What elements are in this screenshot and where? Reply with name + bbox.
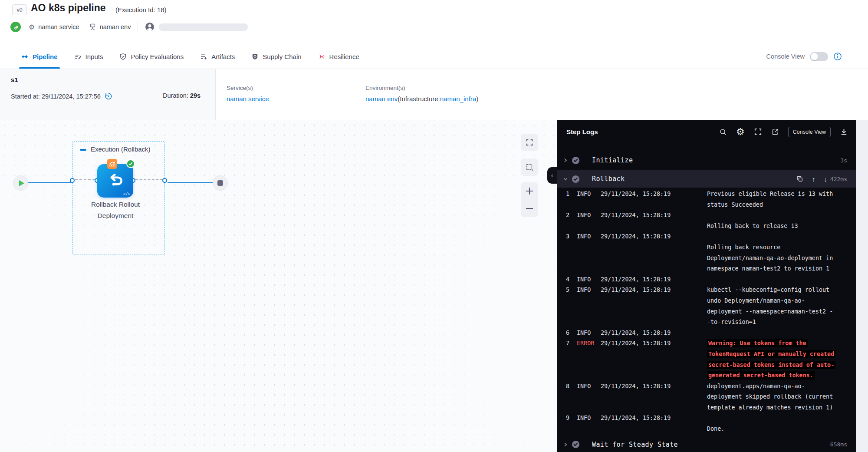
log-step-initialize[interactable]: Initialize 3s	[557, 150, 856, 170]
stage-name: s1	[11, 76, 18, 83]
code-glyph: </>	[123, 192, 130, 196]
stage-summary-left: s1 Started at: 29/11/2024, 15:27:56 Dura…	[0, 69, 216, 120]
log-panel-collapse-handle[interactable]: ‹	[547, 167, 557, 184]
log-line: secret-based tokens instead of auto-	[557, 360, 848, 370]
end-node	[213, 175, 228, 191]
stage-duration: Duration: 29s	[163, 92, 201, 99]
log-line: 1INFO29/11/2024, 15:28:19Previous eligib…	[557, 188, 848, 199]
scroll-down-icon[interactable]: ↓	[824, 175, 828, 183]
tab-resilience[interactable]: Resilience	[310, 44, 368, 69]
tab-supply-chain[interactable]: Supply Chain	[243, 44, 309, 69]
step-label: Rollback	[592, 175, 625, 183]
log-line: generated secret-based tokens.	[557, 370, 848, 381]
step-node-label: Rollback Rollout Deployment	[72, 199, 159, 221]
log-line: 7ERROR29/11/2024, 15:28:19Warning: Use t…	[557, 338, 848, 349]
canvas-fullscreen-button[interactable]	[521, 134, 538, 151]
log-line: 8INFO29/11/2024, 15:28:19deployment.apps…	[557, 381, 848, 392]
log-line: namespace naman-test2 to revision 1	[557, 263, 848, 274]
tab-inputs[interactable]: Inputs	[66, 44, 112, 69]
info-icon[interactable]	[833, 52, 842, 61]
redacted-user-email	[159, 23, 248, 31]
download-logs-icon[interactable]	[840, 128, 848, 136]
log-line: 5INFO29/11/2024, 15:28:19kubectl --kubec…	[557, 284, 848, 295]
group-title: Execution (Rollback)	[91, 145, 151, 153]
step-success-icon	[572, 156, 580, 165]
chevron-down-icon	[563, 176, 569, 181]
step-success-icon	[572, 440, 580, 449]
rollback-log-output: 1INFO29/11/2024, 15:28:19Previous eligib…	[557, 188, 848, 434]
copy-logs-icon[interactable]	[796, 175, 803, 182]
toggle-knob	[811, 53, 818, 60]
stage-summary-bar: s1 Started at: 29/11/2024, 15:27:56 Dura…	[0, 69, 868, 120]
zoom-out-icon	[526, 208, 533, 209]
console-view-button[interactable]: Console View	[788, 127, 831, 137]
inputs-icon	[74, 53, 82, 60]
services-label: Service(s)	[227, 85, 253, 91]
log-line: Rolling back to release 13	[557, 221, 848, 231]
infrastructure-link[interactable]: naman_infra	[440, 95, 476, 102]
log-panel-scrollbar[interactable]	[856, 120, 868, 452]
execution-meta-row: ∞ ⚙ naman service naman env	[10, 22, 248, 32]
scroll-up-icon[interactable]: ↑	[812, 175, 815, 183]
log-step-rollback[interactable]: Rollback ↑ ↓ 422ms	[557, 170, 856, 188]
tab-pipeline[interactable]: Pipeline	[13, 44, 66, 69]
execution-id: (Execution Id: 18)	[115, 6, 167, 13]
step-duration: 3s	[840, 157, 847, 164]
service-name[interactable]: naman service	[38, 23, 79, 30]
policy-shield-icon	[119, 53, 127, 60]
user-avatar-icon	[145, 22, 155, 32]
service-link[interactable]: naman service	[227, 95, 269, 102]
log-line: Done.	[557, 423, 848, 434]
log-line: undo Deployment/naman-qa-ao-	[557, 295, 848, 306]
tab-artifacts[interactable]: Artifacts	[192, 44, 243, 69]
log-line: -to-revision=1	[557, 317, 848, 327]
environment-name[interactable]: naman env	[100, 23, 131, 30]
resilience-icon	[318, 53, 326, 60]
log-line: Rolling back resource	[557, 242, 848, 253]
environment-link[interactable]: naman env	[365, 95, 398, 102]
log-line: 9INFO29/11/2024, 15:28:19	[557, 412, 848, 423]
log-line: deployment --namespace=naman-test2 -	[557, 306, 848, 317]
step-logs-title: Step Logs	[566, 128, 598, 135]
canvas-selection-button[interactable]	[521, 158, 538, 176]
version-badge: v0	[12, 4, 27, 15]
console-view-toggle-group: Console View	[766, 44, 842, 69]
collapse-group-icon[interactable]	[80, 149, 86, 151]
console-view-toggle[interactable]	[810, 52, 828, 61]
zoom-in-button[interactable]	[521, 182, 538, 200]
step-logs-panel: Step Logs ⚙ Console View Initialize 3s R…	[557, 120, 856, 452]
chevron-left-icon: ‹	[551, 172, 553, 179]
pipeline-execution-page: v0 AO k8s pipeline (Execution Id: 18) ∞ …	[0, 0, 868, 452]
execution-rollback-group[interactable]	[72, 141, 165, 254]
log-line: 6INFO29/11/2024, 15:28:19	[557, 327, 848, 338]
pipeline-icon	[21, 53, 29, 60]
console-view-label: Console View	[766, 53, 805, 60]
open-in-new-icon[interactable]	[771, 128, 779, 136]
environments-label: Environment(s)	[365, 85, 405, 91]
tab-policy-evaluations[interactable]: Policy Evaluations	[111, 44, 192, 69]
log-line: status Succeeded	[557, 199, 848, 210]
rollback-step-node[interactable]: </>	[97, 164, 133, 198]
search-icon[interactable]	[719, 128, 727, 136]
log-step-wait-for-steady-state[interactable]: Wait for Steady State 658ms	[557, 437, 856, 452]
history-icon[interactable]	[104, 92, 112, 100]
connector-dot	[162, 178, 167, 183]
cd-module-icon: ∞	[10, 22, 21, 32]
chevron-right-icon	[563, 442, 569, 447]
log-line: 3INFO29/11/2024, 15:28:19	[557, 231, 848, 242]
step-label: Wait for Steady State	[592, 441, 678, 449]
supply-chain-shield-icon	[251, 53, 259, 60]
log-line: 4INFO29/11/2024, 15:28:19	[557, 274, 848, 285]
settings-gear-icon[interactable]: ⚙	[736, 127, 745, 137]
page-title: AO k8s pipeline	[31, 2, 106, 14]
stop-icon	[217, 180, 223, 186]
maximize-icon[interactable]	[754, 128, 762, 136]
success-check-badge	[126, 159, 135, 168]
log-line: template already matches revision 1)	[557, 402, 848, 413]
step-success-icon	[572, 175, 580, 183]
divider	[138, 21, 138, 33]
service-gear-icon: ⚙	[29, 23, 35, 31]
execution-tabbar: Pipeline Inputs Policy Evaluations Artif…	[0, 44, 868, 69]
pipeline-canvas[interactable]: Execution (Rollback) </> Rollback Rollou…	[0, 120, 557, 452]
zoom-out-button[interactable]	[521, 200, 538, 217]
